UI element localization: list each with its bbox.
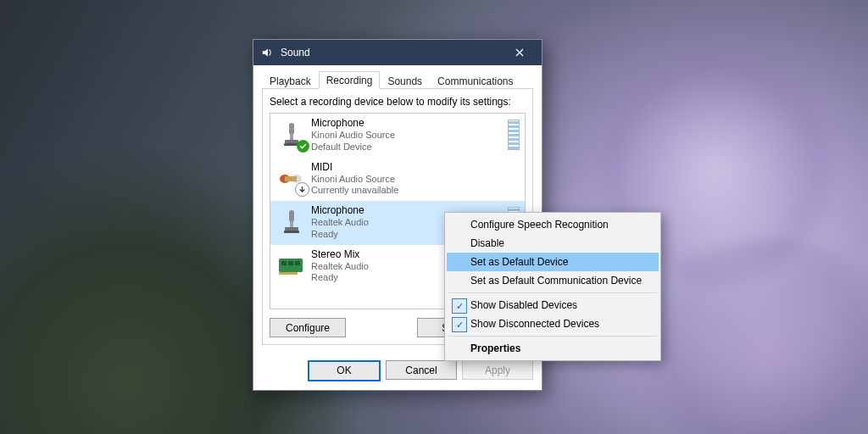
menu-show-disconnected[interactable]: ✓ Show Disconnected Devices: [447, 314, 659, 333]
menu-item-label: Show Disconnected Devices: [470, 318, 599, 330]
svg-rect-6: [285, 176, 297, 181]
midi-cable-icon: [275, 163, 308, 195]
microphone-icon: [275, 119, 308, 151]
menu-show-disabled[interactable]: ✓ Show Disabled Devices: [447, 296, 659, 314]
apply-button[interactable]: Apply: [462, 360, 533, 380]
device-text: Microphone Kinoni Audio Source Default D…: [311, 117, 508, 153]
close-icon: [515, 48, 524, 57]
tab-strip: Playback Recording Sounds Communications: [262, 70, 533, 89]
menu-item-label: Show Disabled Devices: [470, 299, 577, 311]
svg-rect-8: [290, 222, 293, 227]
menu-separator: [448, 336, 657, 337]
device-status: Currently unavailable: [311, 185, 520, 197]
cancel-button[interactable]: Cancel: [386, 360, 457, 380]
tab-recording[interactable]: Recording: [319, 71, 381, 89]
svg-rect-10: [284, 231, 299, 233]
menu-separator: [448, 292, 657, 293]
tab-playback[interactable]: Playback: [262, 72, 319, 89]
svg-rect-7: [289, 210, 294, 222]
window-title: Sound: [281, 47, 503, 58]
svg-rect-15: [279, 272, 298, 275]
close-button[interactable]: [503, 40, 537, 65]
check-icon: ✓: [452, 298, 467, 314]
check-icon: ✓: [452, 317, 467, 332]
svg-rect-14: [295, 261, 300, 265]
svg-rect-9: [285, 227, 298, 231]
menu-disable[interactable]: Disable: [447, 234, 659, 253]
menu-configure-speech[interactable]: Configure Speech Recognition: [447, 215, 659, 234]
desktop-wallpaper: Sound Playback Recording Sounds Communic…: [0, 0, 868, 434]
svg-rect-0: [289, 123, 294, 135]
device-source: Kinoni Audio Source: [311, 174, 520, 186]
default-badge-icon: [297, 140, 309, 153]
menu-properties[interactable]: Properties: [447, 339, 659, 358]
menu-set-default-comm[interactable]: Set as Default Communication Device: [447, 271, 659, 290]
level-meter: [508, 120, 520, 150]
menu-set-default-device[interactable]: Set as Default Device: [447, 253, 659, 271]
device-source: Kinoni Audio Source: [311, 130, 508, 142]
tab-communications[interactable]: Communications: [430, 72, 520, 89]
sound-card-icon: [275, 250, 308, 282]
context-menu: Configure Speech Recognition Disable Set…: [444, 212, 661, 361]
device-name: Microphone: [311, 117, 508, 130]
svg-rect-13: [288, 261, 293, 265]
device-status: Default Device: [311, 142, 508, 153]
configure-button[interactable]: Configure: [270, 318, 346, 337]
panel-instruction: Select a recording device below to modif…: [270, 96, 526, 108]
svg-rect-1: [290, 135, 293, 140]
list-item[interactable]: Microphone Kinoni Audio Source Default D…: [270, 114, 525, 158]
microphone-icon: [275, 206, 308, 238]
titlebar[interactable]: Sound: [253, 40, 542, 65]
device-text: MIDI Kinoni Audio Source Currently unava…: [311, 161, 520, 198]
svg-rect-12: [281, 261, 287, 265]
sound-icon: [260, 46, 274, 59]
tab-sounds[interactable]: Sounds: [380, 72, 430, 89]
ok-button[interactable]: OK: [308, 360, 381, 381]
unavailable-badge-icon: [295, 182, 309, 197]
device-name: MIDI: [311, 161, 520, 174]
list-item[interactable]: MIDI Kinoni Audio Source Currently unava…: [270, 158, 525, 202]
